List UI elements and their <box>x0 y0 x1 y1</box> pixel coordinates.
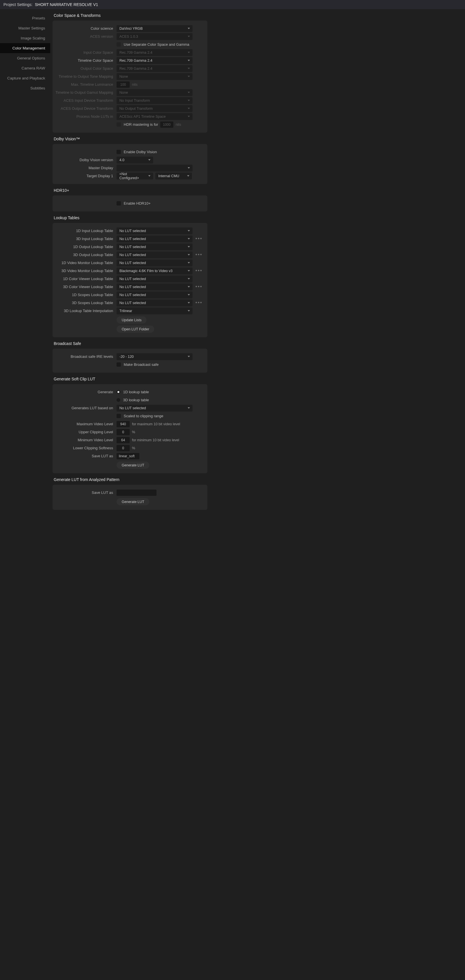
scaled-checkbox[interactable] <box>117 414 121 418</box>
lut-dropdown[interactable]: No LUT selected <box>117 243 192 250</box>
process-luts-dropdown: ACEScc AP1 Timeline Space <box>117 113 192 120</box>
label: Minimum Video Level <box>54 438 117 442</box>
radio-label: 1D lookup table <box>123 390 149 394</box>
label: Broadcast safe IRE levels <box>54 355 117 359</box>
interp-dropdown[interactable]: Trilinear <box>117 307 192 314</box>
section-title-luts: Lookup Tables <box>52 212 207 223</box>
panel-cst: Color scienceDaVinci YRGB ACES versionAC… <box>52 21 207 133</box>
sidebar-item-color-management[interactable]: Color Management <box>0 43 50 53</box>
title-prefix: Project Settings: <box>3 2 33 7</box>
update-lists-button[interactable]: Update Lists <box>117 317 146 323</box>
target-display-dropdown[interactable]: <Not Configured> <box>117 173 153 180</box>
label: Save LUT as <box>54 490 117 495</box>
label: Master Display <box>54 166 117 170</box>
label: 3D Output Lookup Table <box>54 253 117 257</box>
checkbox-label: Make Broadcast safe <box>124 363 159 367</box>
label: 1D Input Lookup Table <box>54 229 117 233</box>
label: Timeline Color Space <box>54 58 117 63</box>
open-lut-folder-button[interactable]: Open LUT Folder <box>117 326 154 332</box>
label: ACES Output Device Transform <box>54 106 117 111</box>
enable-dolby-checkbox[interactable] <box>117 150 121 154</box>
lut-dropdown[interactable]: No LUT selected <box>117 299 192 306</box>
aces-version-dropdown: ACES 1.0.3 <box>117 33 192 40</box>
lut-dropdown[interactable]: Blackmagic 4.6K Film to Video v3 <box>117 267 192 274</box>
sidebar-item-subtitles[interactable]: Subtitles <box>0 83 50 93</box>
label: Save LUT as <box>54 454 117 458</box>
label: 3D Video Monitor Lookup Table <box>54 269 117 273</box>
sidebar-item-master-settings[interactable]: Master Settings <box>0 23 50 33</box>
label: 3D Color Viewer Lookup Table <box>54 285 117 289</box>
sidebar-item-capture-and-playback[interactable]: Capture and Playback <box>0 73 50 83</box>
radio-1d[interactable] <box>117 390 120 394</box>
more-icon[interactable]: ••• <box>195 268 203 274</box>
label: HDR mastering is for <box>124 123 158 127</box>
label: 1D Video Monitor Lookup Table <box>54 261 117 265</box>
more-icon[interactable]: ••• <box>195 236 203 242</box>
label: Input Color Space <box>54 50 117 54</box>
upper-input[interactable]: 0 <box>117 429 130 435</box>
timeline-cs-dropdown[interactable]: Rec.709 Gamma 2.4 <box>117 57 192 64</box>
main: Color Space & Transforms Color scienceDa… <box>50 9 210 519</box>
sidebar-item-presets[interactable]: Presets <box>0 13 50 23</box>
label: Max. Timeline Luminance <box>54 82 117 87</box>
pattern-save-input[interactable] <box>117 490 157 496</box>
panel-hdr10: Enable HDR10+ <box>52 196 207 212</box>
hint: for maximum 10 bit video level <box>132 422 180 426</box>
dolby-version-dropdown[interactable]: 4.0 <box>117 157 153 164</box>
enable-hdr10-checkbox[interactable] <box>117 201 121 205</box>
lower-input[interactable]: 0 <box>117 445 130 451</box>
make-bsafe-checkbox[interactable] <box>117 363 121 367</box>
lut-dropdown[interactable]: No LUT selected <box>117 275 192 282</box>
lut-dropdown[interactable]: No LUT selected <box>117 259 192 266</box>
aces-odt-dropdown: No Output Transform <box>117 105 192 112</box>
section-title-cst: Color Space & Transforms <box>52 9 207 21</box>
lut-dropdown[interactable]: No LUT selected <box>117 291 192 298</box>
lut-dropdown[interactable]: No LUT selected <box>117 235 192 242</box>
more-icon[interactable]: ••• <box>195 252 203 258</box>
output-cs-dropdown: Rec.709 Gamma 2.4 <box>117 65 192 72</box>
label: Generates LUT based on <box>54 406 117 410</box>
more-icon[interactable]: ••• <box>195 284 203 290</box>
radio-3d[interactable] <box>117 398 120 402</box>
target-mode-dropdown[interactable]: Internal CMU <box>156 173 192 180</box>
maxv-input[interactable]: 940 <box>117 421 130 427</box>
more-icon[interactable]: ••• <box>195 300 203 306</box>
label: Target Display 1 <box>54 174 117 178</box>
section-title-bsafe: Broadcast Safe <box>52 337 207 349</box>
label: Timeline to Output Gamut Mapping <box>54 90 117 95</box>
checkbox-label: Use Separate Color Space and Gamma <box>124 42 189 46</box>
lut-dropdown[interactable]: No LUT selected <box>117 283 192 290</box>
use-separate-checkbox <box>117 42 121 46</box>
tone-map-dropdown: None <box>117 73 192 80</box>
lut-dropdown[interactable]: No LUT selected <box>117 251 192 258</box>
master-display-dropdown[interactable] <box>117 165 192 172</box>
generate-lut-pattern-button[interactable]: Generate LUT <box>117 498 149 505</box>
unit: % <box>132 446 135 450</box>
label: Upper Clipping Level <box>54 430 117 434</box>
sidebar: PresetsMaster SettingsImage ScalingColor… <box>0 9 50 519</box>
max-lum-input: 100 <box>117 81 130 88</box>
panel-softclip: Generate1D lookup table 3D lookup table … <box>52 384 207 473</box>
label: Dolby Vision version <box>54 158 117 162</box>
ire-dropdown[interactable]: -20 - 120 <box>117 353 192 360</box>
label: 1D Output Lookup Table <box>54 245 117 249</box>
unit: % <box>132 430 135 434</box>
section-title-hdr10: HDR10+ <box>52 184 207 196</box>
color-science-dropdown[interactable]: DaVinci YRGB <box>117 25 192 32</box>
save-lut-input[interactable]: linear_soft <box>117 453 140 459</box>
generate-lut-button[interactable]: Generate LUT <box>117 461 149 469</box>
label: 1D Color Viewer Lookup Table <box>54 277 117 281</box>
unit: nits <box>176 123 181 127</box>
label: 3D Input Lookup Table <box>54 237 117 241</box>
sidebar-item-camera-raw[interactable]: Camera RAW <box>0 63 50 73</box>
minv-input[interactable]: 64 <box>117 437 130 443</box>
sidebar-item-image-scaling[interactable]: Image Scaling <box>0 33 50 43</box>
title-project: SHORT NARRATIVE RESOLVE V1 <box>35 2 98 7</box>
checkbox-label: Enable Dolby Vision <box>124 150 157 154</box>
section-title-pattern: Generate LUT from Analyzed Pattern <box>52 473 207 485</box>
label: Maximum Video Level <box>54 422 117 426</box>
radio-label: 3D lookup table <box>123 398 149 402</box>
lut-dropdown[interactable]: No LUT selected <box>117 228 192 234</box>
based-on-dropdown[interactable]: No LUT selected <box>117 405 192 412</box>
sidebar-item-general-options[interactable]: General Options <box>0 53 50 63</box>
